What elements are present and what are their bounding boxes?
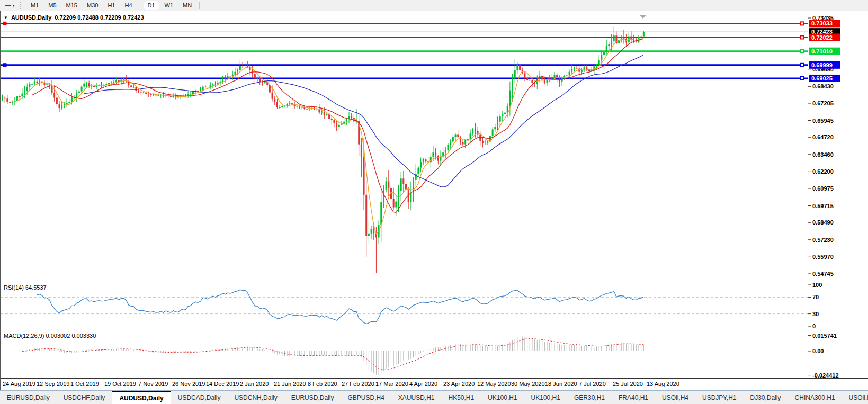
x-axis-label: 13 Aug 2020 bbox=[647, 381, 679, 387]
macd-tick-label: 0.015741 bbox=[812, 333, 837, 339]
price-tick-label: 0.67205 bbox=[812, 100, 834, 106]
collapse-triangle-icon[interactable]: ▼ bbox=[4, 15, 8, 20]
x-axis-label: 2 Jan 2020 bbox=[240, 381, 269, 387]
line-handle[interactable] bbox=[800, 50, 803, 53]
toolbar-separator bbox=[140, 2, 140, 9]
timeframe-button-h1[interactable]: H1 bbox=[103, 1, 119, 10]
symbol-label: AUDUSD,Daily bbox=[11, 14, 51, 21]
chart-tab-dj30-daily[interactable]: DJ30,Daily bbox=[744, 391, 788, 404]
toolbar-grip bbox=[20, 2, 23, 9]
price-tick-label: 0.64720 bbox=[812, 134, 834, 140]
rsi-line bbox=[37, 290, 643, 324]
chart-tab-fra40-h1[interactable]: FRA40,H1 bbox=[612, 391, 655, 404]
x-axis-label: 12 Sep 2019 bbox=[37, 381, 69, 387]
x-axis-label: 21 Jan 2020 bbox=[274, 381, 306, 387]
line-handle[interactable] bbox=[3, 64, 6, 67]
timeframe-button-mn[interactable]: MN bbox=[178, 1, 196, 10]
crosshair-tool-button[interactable]: ▾ bbox=[2, 1, 18, 10]
chart-tab-eurusd-daily[interactable]: EURUSD,Daily bbox=[0, 391, 57, 404]
x-axis-label: 23 Apr 2020 bbox=[443, 381, 475, 387]
chart-tab-eurusd-daily[interactable]: EURUSD,Daily bbox=[284, 391, 341, 404]
timeframe-button-d1[interactable]: D1 bbox=[144, 1, 159, 10]
chart-tab-usdcad-daily[interactable]: USDCAD,Daily bbox=[171, 391, 228, 404]
rsi-tick-label: 70 bbox=[812, 294, 819, 300]
candles bbox=[2, 26, 645, 273]
x-axis-label: 30 May 2020 bbox=[511, 381, 545, 387]
svg-text:0.69999: 0.69999 bbox=[811, 62, 833, 68]
x-axis-label: 27 Feb 2020 bbox=[342, 381, 374, 387]
line-handle[interactable] bbox=[800, 77, 803, 80]
x-axis-label: 24 Aug 2019 bbox=[3, 381, 35, 387]
line-handle[interactable] bbox=[3, 22, 6, 25]
hline-price-label: 0.69025 bbox=[809, 75, 840, 82]
timeframe-button-h4[interactable]: H4 bbox=[120, 1, 136, 10]
timeframe-button-m15[interactable]: M15 bbox=[62, 1, 82, 10]
x-axis-label: 17 Mar 2020 bbox=[375, 381, 408, 387]
x-axis-label: 14 Dec 2019 bbox=[206, 381, 239, 387]
price-tick-label: 0.58490 bbox=[812, 219, 834, 226]
price-tick-label: 0.57230 bbox=[812, 237, 834, 243]
toolbar-separator bbox=[199, 2, 200, 9]
chart-tab-uk100-h1[interactable]: UK100,H1 bbox=[524, 391, 567, 404]
price-tick-label: 0.68430 bbox=[812, 83, 834, 89]
x-axis-label: 7 Jul 2020 bbox=[579, 381, 606, 387]
chart-tab-usdcnh-daily[interactable]: USDCNH,Daily bbox=[227, 391, 284, 404]
autoscroll-marker-icon bbox=[639, 15, 647, 19]
timeframe-button-m5[interactable]: M5 bbox=[44, 1, 60, 10]
x-axis-label: 1 Oct 2019 bbox=[70, 381, 99, 387]
chart-tab-usoil-h1[interactable]: USOil,H1 bbox=[842, 391, 868, 404]
line-handle[interactable] bbox=[800, 64, 803, 67]
x-axis-label: 26 Nov 2019 bbox=[172, 381, 205, 387]
hline-price-label: 0.69999 bbox=[809, 61, 840, 69]
price-tick-label: 0.54745 bbox=[812, 271, 834, 277]
chart-tab-ger30-h1[interactable]: GER30,H1 bbox=[567, 391, 612, 404]
price-chart[interactable]: 0.734350.696900.684300.672050.659450.647… bbox=[1, 13, 868, 379]
svg-text:0.69025: 0.69025 bbox=[811, 75, 833, 82]
price-tick-label: 0.55970 bbox=[812, 254, 834, 260]
hline-price-label: 0.72022 bbox=[809, 34, 840, 41]
line-handle[interactable] bbox=[800, 36, 803, 39]
macd-label: MACD(12,26,9) 0.003002 0.003330 bbox=[4, 333, 96, 339]
chart-tab-usoil-h4[interactable]: USOil,H4 bbox=[655, 391, 695, 404]
timeframe-button-m1[interactable]: M1 bbox=[26, 1, 43, 10]
chart-tab-xauusd-h1[interactable]: XAUUSD,H1 bbox=[391, 391, 442, 404]
macd-tick-label: 0.00 bbox=[812, 348, 824, 354]
svg-text:0.71010: 0.71010 bbox=[811, 48, 833, 55]
svg-text:0.72022: 0.72022 bbox=[811, 34, 833, 41]
x-axis-label: 25 Jul 2020 bbox=[613, 381, 643, 387]
timeframe-button-w1[interactable]: W1 bbox=[160, 1, 178, 10]
chevron-down-icon: ▾ bbox=[12, 3, 14, 8]
x-axis-label: 8 Feb 2020 bbox=[308, 381, 337, 387]
rsi-tick-label: 100 bbox=[812, 282, 822, 288]
chart-tab-hk50-h1[interactable]: HK50,H1 bbox=[442, 391, 481, 404]
chart-tab-usdchf-daily[interactable]: USDCHF,Daily bbox=[57, 391, 112, 404]
hline-price-label: 0.73033 bbox=[809, 20, 840, 27]
macd-signal-line bbox=[22, 339, 643, 370]
chart-title: ▼ AUDUSD,Daily 0.72209 0.72488 0.72209 0… bbox=[4, 14, 144, 21]
x-axis-label: 4 Apr 2020 bbox=[409, 381, 437, 387]
chart-tab-usdjpy-h1[interactable]: USDJPY,H1 bbox=[695, 391, 743, 404]
macd-histogram bbox=[25, 337, 644, 375]
timeframe-button-m30[interactable]: M30 bbox=[83, 1, 102, 10]
rsi-tick-label: 30 bbox=[812, 311, 819, 317]
rsi-tick-label: 0 bbox=[812, 323, 816, 329]
chart-window: ▼ AUDUSD,Daily 0.72209 0.72488 0.72209 0… bbox=[0, 11, 868, 391]
crosshair-icon bbox=[5, 3, 11, 8]
price-tick-label: 0.59715 bbox=[812, 203, 834, 209]
chart-tab-gbpusd-h4[interactable]: GBPUSD,H4 bbox=[341, 391, 391, 404]
price-tick-label: 0.62200 bbox=[812, 168, 834, 175]
chart-tab-audusd-daily[interactable]: AUDUSD,Daily bbox=[112, 391, 171, 404]
price-tick-label: 0.65945 bbox=[812, 118, 834, 124]
line-handle[interactable] bbox=[800, 22, 803, 25]
chart-tab-bar: EURUSD,DailyUSDCHF,DailyAUDUSD,DailyUSDC… bbox=[0, 390, 868, 404]
chart-tab-china300-h1[interactable]: CHINA300,H1 bbox=[788, 391, 842, 404]
x-axis-label: 7 Nov 2019 bbox=[138, 381, 168, 387]
price-tick-label: 0.60975 bbox=[812, 185, 834, 192]
x-axis-label: 12 May 2020 bbox=[477, 381, 511, 387]
ohlc-values: 0.72209 0.72488 0.72209 0.72423 bbox=[55, 14, 144, 21]
mt4-terminal: ▾ M1M5M15M30H1H4D1W1MN ▼ AUDUSD,Daily 0.… bbox=[0, 0, 868, 404]
chart-tab-uk100-h1[interactable]: UK100,H1 bbox=[481, 391, 524, 404]
x-axis-label: 18 Jun 2020 bbox=[545, 381, 577, 387]
x-axis[interactable]: 24 Aug 201912 Sep 20191 Oct 201919 Oct 2… bbox=[1, 379, 868, 390]
timeframe-toolbar: ▾ M1M5M15M30H1H4D1W1MN bbox=[0, 0, 868, 11]
